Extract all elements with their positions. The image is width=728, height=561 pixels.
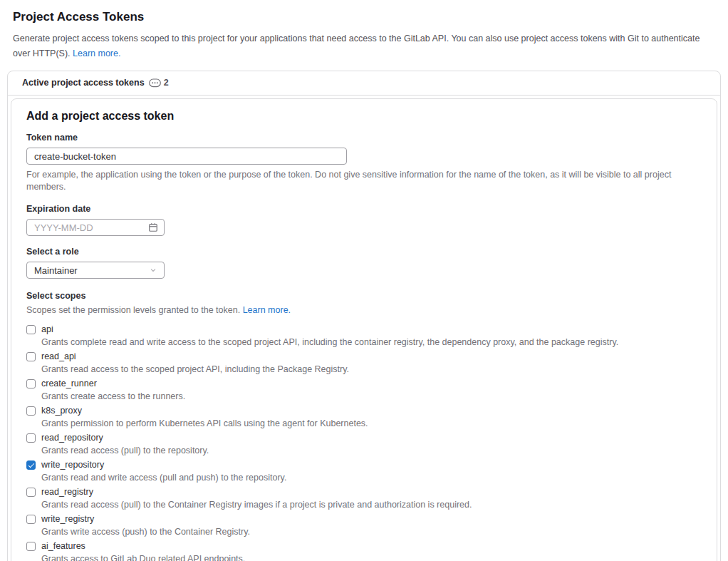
scope-item: api Grants complete read and write acces…: [26, 324, 702, 348]
scope-text: api Grants complete read and write acces…: [41, 324, 618, 348]
role-select[interactable]: Maintainer: [26, 262, 165, 279]
active-tokens-title: Active project access tokens: [22, 78, 145, 88]
scope-checkbox[interactable]: [26, 515, 36, 524]
chevron-down-icon: [149, 266, 157, 274]
scope-checkbox[interactable]: [26, 379, 36, 388]
scope-name: write_registry: [41, 514, 250, 525]
token-name-label: Token name: [26, 133, 702, 143]
scope-item: ai_features Grants access to GitLab Duo …: [26, 541, 702, 561]
scope-description: Grants read access to the scoped project…: [41, 364, 349, 375]
scope-name: ai_features: [41, 541, 245, 552]
expiration-date-label: Expiration date: [26, 204, 702, 214]
scope-description: Grants read and write access (pull and p…: [41, 473, 286, 483]
learn-more-link[interactable]: Learn more.: [73, 48, 120, 58]
scope-item: read_repository Grants read access (pull…: [26, 433, 702, 456]
scope-description: Grants create access to the runners.: [41, 391, 185, 402]
token-name-help: For example, the application using the t…: [26, 169, 702, 193]
expiration-date-field: [26, 219, 165, 236]
scope-checkbox[interactable]: [26, 488, 36, 497]
scopes-help: Scopes set the permission levels granted…: [26, 304, 702, 316]
scope-text: k8s_proxy Grants permission to perform K…: [41, 406, 368, 429]
scope-description: Grants write access (push) to the Contai…: [41, 527, 250, 537]
scope-checkbox[interactable]: [26, 325, 36, 334]
scopes-learn-more-link[interactable]: Learn more.: [243, 305, 291, 315]
form-heading: Add a project access token: [26, 110, 702, 123]
scope-item: write_registry Grants write access (push…: [26, 514, 702, 537]
scope-checkbox[interactable]: [26, 406, 36, 416]
scope-checkbox[interactable]: [26, 542, 36, 551]
scope-item: k8s_proxy Grants permission to perform K…: [26, 406, 702, 429]
token-name-input[interactable]: [26, 148, 347, 165]
scope-name: read_registry: [41, 487, 472, 498]
scope-item: write_repository Grants read and write a…: [26, 460, 702, 483]
scope-checkbox[interactable]: [26, 352, 36, 361]
role-selected-value: Maintainer: [34, 265, 78, 276]
ellipsis-pill-icon: [149, 78, 161, 88]
scopes-list: api Grants complete read and write acces…: [26, 324, 702, 561]
scope-text: read_registry Grants read access (pull) …: [41, 487, 472, 510]
scope-description: Grants read access (pull) to the reposit…: [41, 446, 209, 456]
scope-checkbox[interactable]: [26, 433, 36, 443]
scopes-label: Select scopes: [26, 291, 702, 301]
active-tokens-panel: Active project access tokens 2 Add a pro…: [7, 71, 721, 561]
scope-item: read_api Grants read access to the scope…: [26, 351, 702, 375]
scope-name: read_repository: [41, 433, 209, 443]
panel-body: Add a project access token Token name Fo…: [8, 96, 720, 561]
scope-description: Grants complete read and write access to…: [41, 337, 618, 348]
page-title: Project Access Tokens: [13, 10, 715, 24]
scope-text: read_api Grants read access to the scope…: [41, 351, 349, 375]
scope-name: create_runner: [41, 379, 185, 389]
scope-item: read_registry Grants read access (pull) …: [26, 487, 702, 510]
scope-text: ai_features Grants access to GitLab Duo …: [41, 541, 245, 561]
scope-item: create_runner Grants create access to th…: [26, 379, 702, 402]
page-description: Generate project access tokens scoped to…: [13, 31, 714, 61]
token-count: 2: [164, 78, 169, 88]
token-count-badge: 2: [149, 78, 169, 88]
scope-name: api: [41, 324, 618, 335]
scope-name: k8s_proxy: [41, 406, 368, 416]
role-label: Select a role: [26, 247, 702, 257]
scope-name: read_api: [41, 351, 349, 362]
scope-description: Grants permission to perform Kubernetes …: [41, 418, 368, 429]
scope-text: read_repository Grants read access (pull…: [41, 433, 209, 456]
scope-text: create_runner Grants create access to th…: [41, 379, 185, 402]
active-tokens-header: Active project access tokens 2: [8, 71, 720, 96]
project-access-tokens-page: Project Access Tokens Generate project a…: [0, 0, 728, 561]
scope-text: write_repository Grants read and write a…: [41, 460, 286, 483]
scopes-help-text: Scopes set the permission levels granted…: [26, 305, 240, 315]
scope-description: Grants access to GitLab Duo related API …: [41, 554, 245, 561]
scope-description: Grants read access (pull) to the Contain…: [41, 500, 472, 510]
add-token-card: Add a project access token Token name Fo…: [11, 98, 717, 561]
expiration-date-input[interactable]: [26, 219, 165, 236]
scope-text: write_registry Grants write access (push…: [41, 514, 250, 537]
scope-name: write_repository: [41, 460, 286, 470]
scope-checkbox[interactable]: [26, 460, 36, 470]
